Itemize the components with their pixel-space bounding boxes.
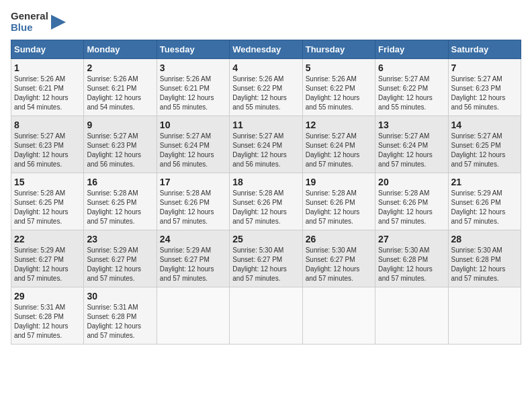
header-wednesday: Wednesday <box>230 40 302 59</box>
day-number: 2 <box>87 62 153 73</box>
day-info: Sunrise: 5:27 AMSunset: 6:22 PMDaylight:… <box>378 75 433 111</box>
day-number: 5 <box>306 62 372 73</box>
calendar-table: Sunday Monday Tuesday Wednesday Thursday… <box>11 40 521 345</box>
day-number: 10 <box>160 120 226 130</box>
day-info: Sunrise: 5:30 AMSunset: 6:27 PMDaylight:… <box>306 246 360 282</box>
logo-chevron-icon <box>51 15 66 30</box>
header-tuesday: Tuesday <box>157 40 229 59</box>
table-row: 17 Sunrise: 5:28 AMSunset: 6:26 PMDaylig… <box>157 173 229 230</box>
day-number: 17 <box>160 177 226 187</box>
table-row <box>230 287 302 345</box>
table-row <box>448 287 521 345</box>
logo: General Blue <box>11 11 66 33</box>
day-info: Sunrise: 5:26 AMSunset: 6:21 PMDaylight:… <box>87 75 141 111</box>
day-info: Sunrise: 5:27 AMSunset: 6:23 PMDaylight:… <box>14 132 69 168</box>
day-info: Sunrise: 5:27 AMSunset: 6:24 PMDaylight:… <box>232 132 287 168</box>
day-number: 21 <box>451 177 518 187</box>
day-info: Sunrise: 5:27 AMSunset: 6:23 PMDaylight:… <box>87 132 141 168</box>
table-row: 28 Sunrise: 5:30 AMSunset: 6:28 PMDaylig… <box>448 230 521 287</box>
table-row: 16 Sunrise: 5:28 AMSunset: 6:25 PMDaylig… <box>84 173 157 230</box>
day-info: Sunrise: 5:27 AMSunset: 6:25 PMDaylight:… <box>451 132 506 168</box>
table-row: 8 Sunrise: 5:27 AMSunset: 6:23 PMDayligh… <box>11 116 84 173</box>
day-number: 27 <box>378 234 445 244</box>
day-info: Sunrise: 5:28 AMSunset: 6:26 PMDaylight:… <box>306 189 360 225</box>
table-row: 18 Sunrise: 5:28 AMSunset: 6:26 PMDaylig… <box>230 173 302 230</box>
logo-text: General Blue <box>11 11 48 33</box>
table-row <box>302 287 375 345</box>
day-number: 13 <box>378 120 445 130</box>
day-number: 16 <box>87 177 153 187</box>
header-thursday: Thursday <box>302 40 375 59</box>
header-sunday: Sunday <box>11 40 84 59</box>
calendar-week-row: 1 Sunrise: 5:26 AMSunset: 6:21 PMDayligh… <box>11 59 521 116</box>
day-number: 23 <box>87 234 153 244</box>
table-row: 13 Sunrise: 5:27 AMSunset: 6:24 PMDaylig… <box>375 116 448 173</box>
table-row: 24 Sunrise: 5:29 AMSunset: 6:27 PMDaylig… <box>157 230 229 287</box>
day-info: Sunrise: 5:26 AMSunset: 6:21 PMDaylight:… <box>160 75 214 111</box>
header: General Blue <box>11 11 521 33</box>
table-row: 12 Sunrise: 5:27 AMSunset: 6:24 PMDaylig… <box>302 116 375 173</box>
day-info: Sunrise: 5:28 AMSunset: 6:25 PMDaylight:… <box>14 189 69 225</box>
table-row: 14 Sunrise: 5:27 AMSunset: 6:25 PMDaylig… <box>448 116 521 173</box>
day-number: 1 <box>14 62 81 73</box>
day-info: Sunrise: 5:31 AMSunset: 6:28 PMDaylight:… <box>87 304 141 339</box>
day-number: 11 <box>232 120 299 130</box>
day-number: 3 <box>160 62 226 73</box>
calendar-week-row: 15 Sunrise: 5:28 AMSunset: 6:25 PMDaylig… <box>11 173 521 230</box>
day-info: Sunrise: 5:26 AMSunset: 6:22 PMDaylight:… <box>232 75 287 111</box>
day-info: Sunrise: 5:28 AMSunset: 6:25 PMDaylight:… <box>87 189 141 225</box>
day-info: Sunrise: 5:27 AMSunset: 6:24 PMDaylight:… <box>160 132 214 168</box>
table-row: 26 Sunrise: 5:30 AMSunset: 6:27 PMDaylig… <box>302 230 375 287</box>
day-info: Sunrise: 5:26 AMSunset: 6:22 PMDaylight:… <box>306 75 360 111</box>
table-row: 25 Sunrise: 5:30 AMSunset: 6:27 PMDaylig… <box>230 230 302 287</box>
table-row: 20 Sunrise: 5:28 AMSunset: 6:26 PMDaylig… <box>375 173 448 230</box>
table-row: 11 Sunrise: 5:27 AMSunset: 6:24 PMDaylig… <box>230 116 302 173</box>
table-row: 29 Sunrise: 5:31 AMSunset: 6:28 PMDaylig… <box>11 287 84 345</box>
day-number: 15 <box>14 177 81 187</box>
day-number: 30 <box>87 291 153 302</box>
table-row: 3 Sunrise: 5:26 AMSunset: 6:21 PMDayligh… <box>157 59 229 116</box>
day-info: Sunrise: 5:29 AMSunset: 6:26 PMDaylight:… <box>451 189 506 225</box>
logo-general: General <box>11 11 48 22</box>
day-number: 4 <box>232 62 299 73</box>
day-number: 28 <box>451 234 518 244</box>
table-row: 22 Sunrise: 5:29 AMSunset: 6:27 PMDaylig… <box>11 230 84 287</box>
day-number: 25 <box>232 234 299 244</box>
day-info: Sunrise: 5:28 AMSunset: 6:26 PMDaylight:… <box>378 189 433 225</box>
day-info: Sunrise: 5:30 AMSunset: 6:28 PMDaylight:… <box>451 246 506 282</box>
table-row <box>157 287 229 345</box>
day-number: 12 <box>306 120 372 130</box>
table-row: 30 Sunrise: 5:31 AMSunset: 6:28 PMDaylig… <box>84 287 157 345</box>
table-row: 7 Sunrise: 5:27 AMSunset: 6:23 PMDayligh… <box>448 59 521 116</box>
day-info: Sunrise: 5:27 AMSunset: 6:24 PMDaylight:… <box>306 132 360 168</box>
table-row: 19 Sunrise: 5:28 AMSunset: 6:26 PMDaylig… <box>302 173 375 230</box>
logo-blue: Blue <box>11 22 48 34</box>
day-info: Sunrise: 5:28 AMSunset: 6:26 PMDaylight:… <box>160 189 214 225</box>
day-number: 24 <box>160 234 226 244</box>
table-row: 10 Sunrise: 5:27 AMSunset: 6:24 PMDaylig… <box>157 116 229 173</box>
day-number: 29 <box>14 291 81 302</box>
day-info: Sunrise: 5:27 AMSunset: 6:24 PMDaylight:… <box>378 132 433 168</box>
table-row: 6 Sunrise: 5:27 AMSunset: 6:22 PMDayligh… <box>375 59 448 116</box>
table-row: 15 Sunrise: 5:28 AMSunset: 6:25 PMDaylig… <box>11 173 84 230</box>
table-row: 2 Sunrise: 5:26 AMSunset: 6:21 PMDayligh… <box>84 59 157 116</box>
table-row: 21 Sunrise: 5:29 AMSunset: 6:26 PMDaylig… <box>448 173 521 230</box>
day-info: Sunrise: 5:30 AMSunset: 6:27 PMDaylight:… <box>232 246 287 282</box>
calendar-week-row: 29 Sunrise: 5:31 AMSunset: 6:28 PMDaylig… <box>11 287 521 345</box>
day-info: Sunrise: 5:29 AMSunset: 6:27 PMDaylight:… <box>14 246 69 282</box>
calendar-week-row: 8 Sunrise: 5:27 AMSunset: 6:23 PMDayligh… <box>11 116 521 173</box>
header-monday: Monday <box>84 40 157 59</box>
svg-marker-0 <box>51 15 66 30</box>
day-number: 20 <box>378 177 445 187</box>
day-info: Sunrise: 5:30 AMSunset: 6:28 PMDaylight:… <box>378 246 433 282</box>
table-row: 4 Sunrise: 5:26 AMSunset: 6:22 PMDayligh… <box>230 59 302 116</box>
day-info: Sunrise: 5:29 AMSunset: 6:27 PMDaylight:… <box>87 246 141 282</box>
day-number: 7 <box>451 62 518 73</box>
table-row: 9 Sunrise: 5:27 AMSunset: 6:23 PMDayligh… <box>84 116 157 173</box>
day-number: 19 <box>306 177 372 187</box>
day-info: Sunrise: 5:27 AMSunset: 6:23 PMDaylight:… <box>451 75 506 111</box>
day-number: 22 <box>14 234 81 244</box>
day-info: Sunrise: 5:31 AMSunset: 6:28 PMDaylight:… <box>14 304 69 339</box>
day-number: 26 <box>306 234 372 244</box>
table-row: 23 Sunrise: 5:29 AMSunset: 6:27 PMDaylig… <box>84 230 157 287</box>
